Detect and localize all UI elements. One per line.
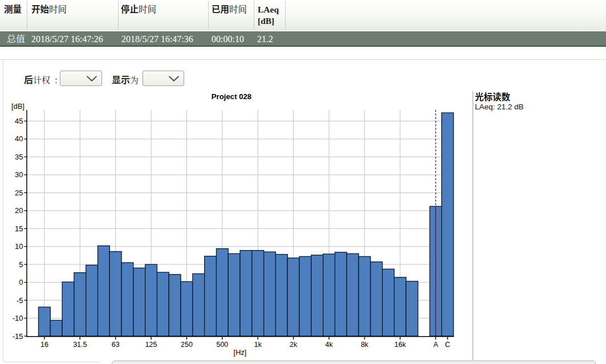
y-tick-label: -5 [17,296,23,305]
spectrum-bar-63[interactable] [109,252,121,336]
x-tick-label: 16 [40,341,48,349]
spectrum-bar-500[interactable] [217,248,229,336]
y-tick-label: 10 [15,242,23,251]
x-tick-label: 8k [361,341,369,349]
y-tick-label: 45 [15,117,23,125]
x-tick-label: 250 [181,341,193,349]
spectrum-bar-1k[interactable] [252,251,264,336]
spectrum-bar-31.5[interactable] [74,273,86,336]
spectrum-bar-315[interactable] [193,274,205,336]
spectrum-bar-200[interactable] [169,275,181,336]
spectrum-bar-400[interactable] [205,256,217,336]
spectrum-bar-10k[interactable] [371,262,383,336]
spectrum-bar-12.5k[interactable] [383,269,394,336]
spectrum-bar-250[interactable] [181,281,193,336]
y-tick-label: 30 [15,170,23,179]
spectrum-bar-16k[interactable] [394,277,406,336]
broadband-bar-C[interactable] [442,113,454,336]
x-axis-title: [Hz] [234,348,247,357]
y-axis-title: [dB] [11,102,25,111]
spectrum-bar-2.5k[interactable] [299,256,311,336]
spectrum-bar-1.25k[interactable] [264,252,276,336]
spectrum-bar-125[interactable] [145,264,157,336]
y-tick-label: 20 [15,206,23,215]
spectrum-bar-100[interactable] [133,268,145,336]
y-tick-label: 0 [19,278,23,287]
y-tick-label: 15 [15,224,23,233]
measurement-screen: 测量 开始时间 停止时间 已用时间 LAeq[dB] 总值 2018/5/27 … [0,0,606,364]
x-tick-label: 2k [290,341,298,349]
x-tick-label: 500 [216,341,228,349]
readout-laeq-value: LAeq: 21.2 dB [475,103,524,111]
spectrum-bar-1.6k[interactable] [276,255,288,336]
spectrum-bar-50[interactable] [98,246,110,336]
spectrum-bar-800[interactable] [240,251,252,336]
x-tick-label: 31.5 [73,341,87,349]
spectrum-bar-20[interactable] [50,320,62,336]
spectrum-bar-6.3k[interactable] [347,253,359,336]
y-tick-label: -10 [13,314,23,322]
spectrum-bar-5k[interactable] [335,252,347,336]
x-tick-label: 125 [145,341,157,349]
readout-panel-divider [473,91,473,360]
y-tick-label: 5 [19,260,23,269]
chart-title: Project 028 [212,92,251,101]
y-tick-label: 40 [15,134,23,143]
spectrum-bar-2k[interactable] [287,258,299,336]
x-tick-label: 16k [394,341,406,349]
y-tick-label: 35 [15,153,23,161]
y-tick-label: -15 [13,332,23,341]
spectrum-bar-160[interactable] [157,272,169,336]
spectrum-bar-16[interactable] [39,307,51,336]
x-tick-label: A [433,341,438,349]
spectrum-bar-20k[interactable] [406,281,418,336]
x-tick-label: 63 [112,341,120,349]
spectrum-chart: -15-10-50510152025303540451631.563125250… [0,0,606,364]
x-tick-label: 4k [325,341,333,349]
x-tick-label: 1k [254,341,262,349]
x-tick-label: C [445,341,450,349]
spectrum-bar-3.15k[interactable] [311,255,323,336]
spectrum-bar-8k[interactable] [359,256,371,336]
spectrum-bar-4k[interactable] [323,254,335,336]
spectrum-bar-25[interactable] [62,282,74,336]
spectrum-bar-630[interactable] [228,253,240,336]
readout-panel-title: 光标读数 [475,90,510,103]
y-tick-label: 25 [15,189,23,197]
spectrum-bar-80[interactable] [121,263,133,336]
spectrum-bar-40[interactable] [86,265,98,336]
